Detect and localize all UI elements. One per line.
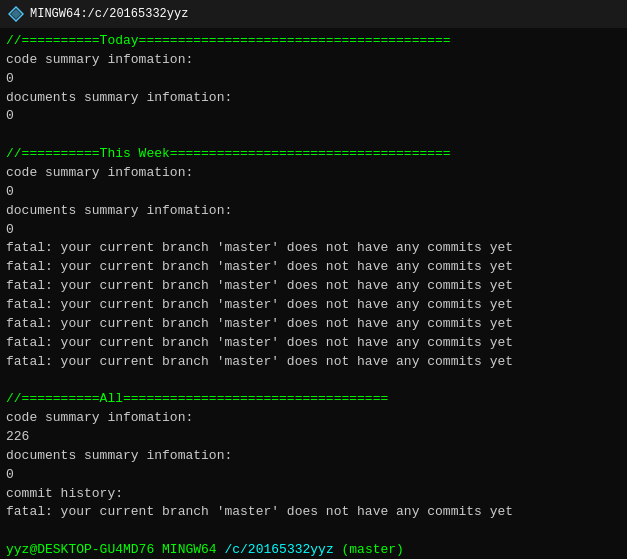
prompt-branch: (master) (342, 542, 404, 557)
terminal-line: fatal: your current branch 'master' does… (6, 315, 621, 334)
terminal-line: 0 (6, 183, 621, 202)
prompt-mingw: MINGW64 (162, 542, 217, 557)
terminal-line: code summary infomation: (6, 409, 621, 428)
terminal-line: fatal: your current branch 'master' does… (6, 503, 621, 522)
terminal-line: fatal: your current branch 'master' does… (6, 258, 621, 277)
terminal-line: //==========Today=======================… (6, 32, 621, 51)
terminal-line: 0 (6, 107, 621, 126)
terminal-window: MINGW64:/c/20165332yyz //==========Today… (0, 0, 627, 559)
terminal-line: fatal: your current branch 'master' does… (6, 239, 621, 258)
terminal-line: code summary infomation: (6, 164, 621, 183)
terminal-line: code summary infomation: (6, 51, 621, 70)
terminal-line: fatal: your current branch 'master' does… (6, 277, 621, 296)
terminal-line: documents summary infomation: (6, 447, 621, 466)
title-bar: MINGW64:/c/20165332yyz (0, 0, 627, 28)
terminal-line: 0 (6, 221, 621, 240)
terminal-line: //==========All=========================… (6, 390, 621, 409)
prompt-path: /c/20165332yyz (224, 542, 333, 557)
terminal-line: documents summary infomation: (6, 89, 621, 108)
terminal-line: fatal: your current branch 'master' does… (6, 296, 621, 315)
terminal-line: //==========This Week===================… (6, 145, 621, 164)
terminal-line: fatal: your current branch 'master' does… (6, 334, 621, 353)
terminal-line: fatal: your current branch 'master' does… (6, 353, 621, 372)
terminal-line: yyz@DESKTOP-GU4MD76 MINGW64 /c/20165332y… (6, 541, 621, 559)
terminal-line: 0 (6, 466, 621, 485)
terminal-line: 0 (6, 70, 621, 89)
terminal-line: 226 (6, 428, 621, 447)
terminal-content: //==========Today=======================… (0, 28, 627, 559)
terminal-line: documents summary infomation: (6, 202, 621, 221)
mingw-icon (8, 6, 24, 22)
terminal-line: commit history: (6, 485, 621, 504)
title-text: MINGW64:/c/20165332yyz (30, 7, 188, 21)
prompt-user: yyz@DESKTOP-GU4MD76 (6, 542, 154, 557)
